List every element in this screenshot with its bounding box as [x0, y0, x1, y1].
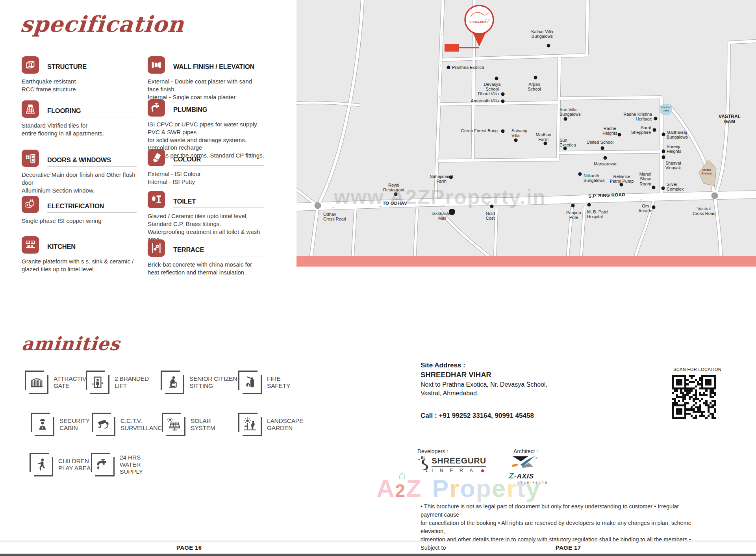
water-supply-icon [91, 453, 115, 476]
svg-text:↑: ↑ [355, 79, 357, 83]
fire-safety-icon [238, 371, 262, 394]
amenity-item: C.C.T.V. SURVEILLANCE [92, 413, 166, 436]
amenity-item: LANDSCAPE GARDEN [238, 413, 303, 436]
cctv-icon [92, 413, 115, 436]
svg-text:↑: ↑ [441, 32, 443, 36]
accent-bar [296, 256, 756, 267]
toilet-icon [148, 191, 165, 208]
address-line-1: Next to Prathna Exotica, Nr. Devasya Sch… [421, 381, 547, 388]
senior-citizen-icon [161, 371, 184, 394]
svg-text:↑: ↑ [438, 95, 441, 99]
developers-label: Developers : [417, 448, 448, 454]
spec-item-title: FLOORING [47, 107, 137, 115]
vastral-junction-dot [712, 193, 718, 199]
amenity-label: SOLAR SYSTEM [191, 417, 215, 432]
svg-text:®: ® [536, 457, 538, 460]
amenity-item: ATTRACTIVE GATE [25, 371, 90, 394]
kitchen-icon [22, 236, 39, 254]
amenity-label: 24 HRS WATER SUPPLY [120, 454, 143, 475]
amenity-item: SENIOR CITIZEN SITTING [161, 371, 237, 394]
map-canvas: →→→→←←←←←←←←←←↑↑↑↑↑↑↑↑↑↑↑ SHREEDHAR [296, 0, 756, 256]
svg-text:→: → [308, 205, 312, 209]
project-location-pin: SHREEDHAR [445, 6, 493, 52]
project-name: SHREEDHAR VIHAR [421, 371, 491, 379]
amenity-item: 24 HRS WATER SUPPLY [91, 453, 143, 476]
spec-item-title: TOILET [173, 198, 264, 205]
developer-subname: I N F R A [432, 468, 476, 473]
amenity-label: FIRE SAFETY [267, 375, 290, 389]
spec-item: TERRACEBrick-bat concrete with china mos… [148, 239, 264, 276]
lift-icon [86, 371, 109, 394]
amenity-label: C.C.T.V. SURVEILLANCE [120, 417, 166, 432]
spec-item-desc: External - ISI Colour Internal - ISI Put… [148, 170, 264, 186]
svg-text:←: ← [639, 196, 643, 201]
landscape-icon [238, 413, 262, 436]
amenity-label: 2 BRANDED LIFT [115, 375, 149, 389]
svg-text:↑: ↑ [348, 114, 350, 119]
scan-for-location-label: SCAN FOR LOCATION [673, 367, 721, 372]
spec-item-title: TERRACE [173, 246, 264, 254]
spec-item-title: WALL FINISH / ELEVATION [173, 63, 264, 70]
svg-text:←: ← [693, 195, 698, 199]
odhav-junction-dot [315, 202, 321, 209]
gate-icon [25, 371, 48, 394]
house-icon: ⌂ [398, 469, 406, 482]
svg-text:↑: ↑ [327, 181, 330, 186]
spec-item-title: COLOUR [173, 156, 264, 163]
vastral-lake-shape [660, 104, 672, 115]
spec-item: COLOURExternal - ISI Colour Internal - I… [148, 149, 264, 186]
spec-item-title: ELECTRIFICATION [47, 202, 137, 210]
svg-text:←: ← [667, 196, 671, 200]
spec-item-desc: Granite plateform with s.s. sink & ceram… [22, 258, 137, 273]
spec-item-title: STRUCTURE [47, 63, 137, 70]
spec-item-title: DOORS & WINDOWS [47, 156, 137, 164]
spec-item: KITCHENGranite plateform with s.s. sink … [22, 236, 137, 273]
spec-item: WALL FINISH / ELEVATIONExternal - Double… [148, 56, 264, 101]
spec-item: TOILETGlazed / Ceramic tiles upto lintel… [148, 191, 264, 243]
amenity-item: SOLAR SYSTEM [162, 413, 215, 436]
architect-label: Architect : [513, 448, 538, 454]
amenity-label: CHILDREN PLAY AREA [58, 458, 91, 472]
spec-item-desc: External - Double coat plaster with sand… [148, 78, 264, 101]
spec-item-desc: Decorative Main door finish and Other fl… [22, 171, 137, 194]
doors-windows-icon [22, 150, 39, 167]
amenity-item: FIRE SAFETY [238, 371, 290, 394]
children-icon [30, 453, 53, 476]
svg-text:←: ← [567, 199, 572, 204]
svg-text:↑: ↑ [339, 150, 341, 154]
location-map: →→→→←←←←←←←←←←↑↑↑↑↑↑↑↑↑↑↑ SHREEDHAR Kalh… [296, 0, 756, 267]
spec-item: STRUCTUREEarthquake resistant RCC frame … [22, 56, 137, 93]
red-dot-icon [481, 469, 484, 472]
amenity-label: ATTRACTIVE GATE [54, 375, 90, 389]
developer-logo: SHREEGURU I N F R A [417, 456, 486, 474]
spec-item-title: PLUMBING [173, 106, 264, 113]
shreeguru-flame-icon [417, 456, 429, 474]
svg-text:↑: ↑ [359, 43, 362, 48]
spec-item: DOORS & WINDOWSDecorative Main door fini… [22, 150, 137, 194]
spec-item-desc: Single phase ISI copper wiring [22, 217, 137, 225]
spec-item-desc: Earthquake resistant RCC frame structure… [22, 78, 137, 93]
spec-item-desc: Glazed / Ceramic tiles upto lintel level… [148, 212, 264, 243]
developer-name: SHREEGURU [432, 456, 486, 467]
spec-item-title: KITCHEN [47, 243, 137, 250]
specification-heading: specification [20, 11, 185, 37]
a2z-property-watermark: A2ZProperty⌂ [376, 474, 541, 502]
bottom-edge-strip [0, 554, 756, 556]
address-line-2: Vastral, Ahmedabad. [421, 390, 478, 397]
amenity-label: LANDSCAPE GARDEN [267, 417, 303, 432]
map-watermark: www.A2ZProperty.in [334, 185, 546, 209]
terrace-icon [148, 239, 165, 257]
structure-icon [22, 56, 39, 74]
amenity-item: 2 BRANDED LIFT [86, 371, 149, 394]
colour-icon [148, 149, 165, 166]
solar-icon [162, 413, 185, 436]
wall-finish-icon [148, 56, 165, 74]
amenity-item: SECURITY CABIN [31, 413, 90, 436]
electrification-icon [22, 196, 39, 213]
amenity-label: SECURITY CABIN [59, 417, 90, 432]
spec-item: FLOORINGStandard Vitrified tiles for ent… [22, 100, 137, 137]
amenity-item: CHILDREN PLAY AREA [30, 453, 91, 476]
call-numbers: Call : +91 99252 33164, 90991 45458 [421, 412, 534, 420]
qr-code [672, 375, 716, 419]
flooring-icon [22, 100, 39, 118]
